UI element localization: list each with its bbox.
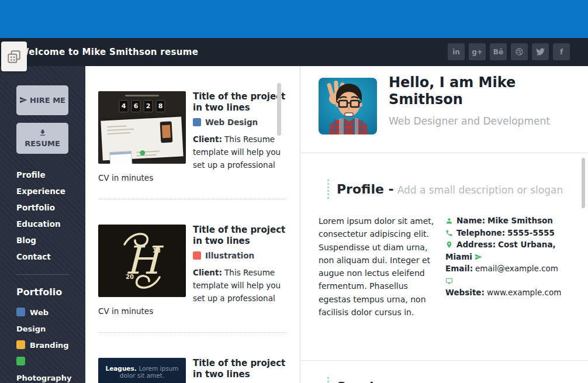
download-icon	[39, 129, 47, 137]
contact-details: Name:Mike Smithson Telephone:5555-5555 A…	[445, 215, 559, 319]
thumb-webpage	[101, 116, 183, 160]
category-color-swatch	[193, 118, 201, 126]
resume-download-button[interactable]: RESUME	[16, 123, 68, 154]
category-label: Illustration	[205, 251, 254, 260]
monitor-icon	[445, 277, 453, 285]
project-card: Leagues. Lorem ipsum dolor sit amet. Tit…	[85, 333, 300, 383]
section-title: Services -	[337, 379, 407, 383]
svg-text:20: 20	[126, 274, 134, 280]
intro-header: Hello, I am Mike Smithson Web Designer a…	[301, 66, 588, 153]
resume-label: RESUME	[25, 139, 60, 148]
hello-subtitle: Web Designer and Development	[389, 115, 550, 127]
services-heading: Services -Add a small description or slo…	[327, 377, 588, 383]
section-title: Profile -	[337, 182, 394, 196]
thumb-browser	[109, 151, 132, 164]
welcome-text: Welcome to Mike Smithson resume	[19, 38, 198, 66]
section-subtitle: Add a small description or slogan	[397, 184, 563, 196]
main-column: Hello, I am Mike Smithson Web Designer a…	[301, 66, 588, 383]
phone-icon	[445, 229, 453, 237]
profile-heading: Profile -Add a small description or slog…	[327, 180, 588, 199]
photography-color-swatch	[16, 357, 25, 365]
services-section: Services -Add a small description or slo…	[301, 377, 588, 383]
category-color-swatch	[193, 251, 201, 260]
behance-button[interactable]: Bē	[490, 43, 507, 60]
hello-title: Hello, I am Mike Smithson	[389, 74, 582, 108]
profile-photo	[319, 78, 377, 134]
profile-description: Lorem ipsum dolor sit amet, consectetur …	[319, 215, 438, 319]
filter-photography[interactable]: Photography	[16, 354, 70, 383]
project-thumbnail[interactable]: Leagues. Lorem ipsum dolor sit amet.	[98, 358, 186, 383]
sidebar-item-portfolio[interactable]: Portfolio	[16, 199, 85, 216]
hire-me-label: HIRE ME	[30, 96, 65, 105]
sidebar-item-education[interactable]: Education	[16, 216, 85, 232]
social-links: in g+ Bē f	[448, 43, 570, 60]
hire-me-button[interactable]: HIRE ME	[16, 85, 68, 115]
project-category-tag: Web Design	[193, 118, 286, 127]
project-card: H 20 13 Title of the project in two line…	[85, 199, 300, 333]
sidebar-nav: Profile Experience Portfolio Education B…	[16, 167, 85, 265]
contact-website[interactable]: Website:www.example.com	[445, 276, 561, 298]
google-plus-button[interactable]: g+	[469, 43, 486, 60]
sidebar-item-experience[interactable]: Experience	[16, 183, 85, 199]
twitter-button[interactable]	[532, 43, 549, 60]
contact-telephone: Telephone:5555-5555	[445, 228, 555, 237]
top-blue-bar	[0, 0, 588, 38]
menu-grid-icon	[6, 49, 22, 64]
thumb-phone	[160, 121, 173, 143]
filter-web-design[interactable]: Web Design	[16, 305, 70, 337]
portfolio-filter-legend: Web Design Branding Photography	[16, 305, 70, 383]
paper-plane-icon	[475, 253, 482, 261]
project-category-tag: Illustration	[193, 251, 286, 260]
thumb-banner-text: Leagues. Lorem ipsum dolor sit amet.	[98, 365, 186, 379]
profile-section: Profile -Add a small description or slog…	[301, 180, 588, 361]
user-icon	[445, 217, 453, 225]
portfolio-filter-heading: Portfolio	[16, 287, 85, 298]
project-card: 4 6 2 8 Ti	[85, 66, 300, 199]
filter-label: Photography	[16, 374, 71, 382]
behance-icon: Bē	[493, 48, 503, 56]
projects-column: 4 6 2 8 Ti	[85, 66, 300, 383]
flip-counter: 4 6 2 8	[119, 100, 165, 112]
contact-name: Name:Mike Smithson	[445, 216, 553, 225]
branding-color-swatch	[16, 340, 25, 349]
dribbble-icon	[515, 47, 524, 56]
filter-label: Branding	[30, 341, 69, 350]
scrollbar-thumb[interactable]	[277, 83, 281, 136]
svg-text:13: 13	[153, 247, 161, 254]
resume-app: Welcome to Mike Smithson resume in g+ Bē	[0, 0, 588, 383]
filter-branding[interactable]: Branding	[16, 337, 70, 354]
facebook-button[interactable]: f	[553, 43, 570, 60]
sidebar: HIRE ME RESUME Profile Experience Portfo…	[0, 66, 85, 383]
linkedin-icon: in	[452, 48, 460, 56]
map-pin-icon	[445, 241, 453, 249]
navbar: Welcome to Mike Smithson resume in g+ Bē	[0, 38, 588, 66]
contact-address: Address:Cost Urbana, Miami	[445, 240, 556, 261]
project-thumbnail[interactable]: 4 6 2 8	[98, 91, 186, 164]
linkedin-button[interactable]: in	[448, 43, 465, 60]
google-plus-icon: g+	[472, 48, 483, 56]
sidebar-divider	[16, 274, 69, 275]
scrollbar-thumb[interactable]	[582, 158, 585, 208]
sidebar-item-profile[interactable]: Profile	[16, 167, 85, 183]
dribbble-button[interactable]	[511, 43, 528, 60]
sidebar-item-contact[interactable]: Contact	[16, 249, 85, 265]
offcanvas-menu-button[interactable]	[1, 42, 27, 71]
project-thumbnail[interactable]: H 20 13	[98, 225, 186, 297]
web-design-color-swatch	[16, 308, 25, 316]
paper-plane-icon	[19, 96, 27, 104]
avatar	[319, 78, 377, 134]
category-label: Web Design	[205, 118, 258, 127]
twitter-icon	[536, 47, 545, 56]
monogram-artwork: H 20 13	[98, 225, 186, 297]
facebook-icon: f	[560, 48, 563, 56]
thumb-decoration	[125, 95, 159, 96]
sidebar-item-blog[interactable]: Blog	[16, 232, 85, 249]
